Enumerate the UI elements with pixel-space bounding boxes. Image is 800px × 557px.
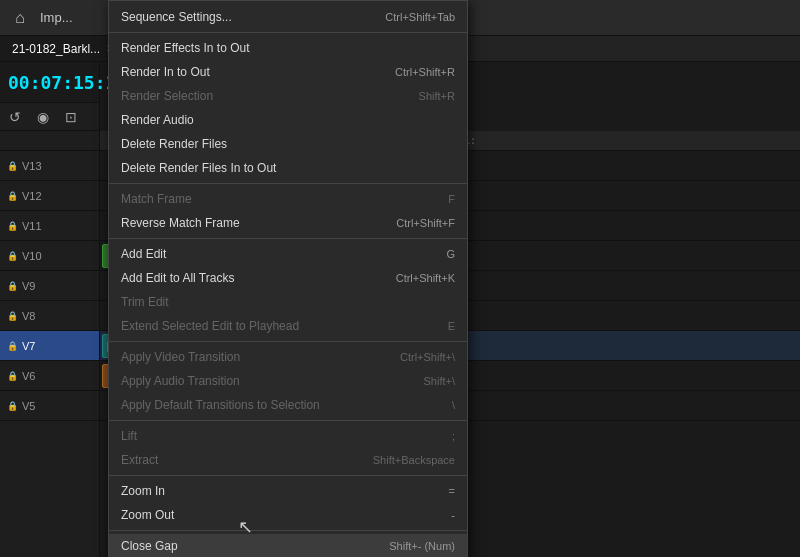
menu-item-render-in-out[interactable]: Render In to Out Ctrl+Shift+R xyxy=(109,60,467,84)
menu-item-add-edit[interactable]: Add Edit G xyxy=(109,242,467,266)
menu-item-render-audio[interactable]: Render Audio xyxy=(109,108,467,132)
lock-icon-v11: 🔒 xyxy=(6,220,18,232)
menu-item-apply-default-trans: Apply Default Transitions to Selection \ xyxy=(109,393,467,417)
menu-item-reverse-match[interactable]: Reverse Match Frame Ctrl+Shift+F xyxy=(109,211,467,235)
menu-item-extract: Extract Shift+Backspace xyxy=(109,448,467,472)
home-icon[interactable]: ⌂ xyxy=(8,6,32,30)
track-label-v6: 🔒 V6 xyxy=(0,361,99,391)
menu-item-sequence-settings[interactable]: Sequence Settings... Ctrl+Shift+Tab xyxy=(109,5,467,29)
menu-item-close-gap[interactable]: Close Gap Shift+- (Num) xyxy=(109,534,467,557)
separator-7 xyxy=(109,530,467,531)
lock-icon-v10: 🔒 xyxy=(6,250,18,262)
track-labels: 🔒 V13 🔒 V12 🔒 V11 🔒 V10 🔒 V9 🔒 V8 🔒 V7 xyxy=(0,131,100,557)
menu-item-extend-edit: Extend Selected Edit to Playhead E xyxy=(109,314,467,338)
record-icon[interactable]: ◉ xyxy=(32,106,54,128)
separator-2 xyxy=(109,183,467,184)
track-label-v7[interactable]: 🔒 V7 xyxy=(0,331,99,361)
separator-6 xyxy=(109,475,467,476)
menu-item-delete-render-in-out[interactable]: Delete Render Files In to Out xyxy=(109,156,467,180)
tab-label: 21-0182_Barkl... xyxy=(12,42,100,56)
track-label-v8: 🔒 V8 xyxy=(0,301,99,331)
separator-4 xyxy=(109,341,467,342)
track-label-v12: 🔒 V12 xyxy=(0,181,99,211)
separator-5 xyxy=(109,420,467,421)
menu-item-add-edit-all-tracks[interactable]: Add Edit to All Tracks Ctrl+Shift+K xyxy=(109,266,467,290)
lock-icon-v9: 🔒 xyxy=(6,280,18,292)
track-label-v13: 🔒 V13 xyxy=(0,151,99,181)
track-label-v9: 🔒 V9 xyxy=(0,271,99,301)
time-display: 00:07:15:18 xyxy=(0,63,99,103)
menu-item-delete-render[interactable]: Delete Render Files xyxy=(109,132,467,156)
menu-item-apply-audio-trans: Apply Audio Transition Shift+\ xyxy=(109,369,467,393)
separator-3 xyxy=(109,238,467,239)
separator-1 xyxy=(109,32,467,33)
ripple-icon[interactable]: ↺ xyxy=(4,106,26,128)
track-label-v10: 🔒 V10 xyxy=(0,241,99,271)
menu-item-match-frame: Match Frame F xyxy=(109,187,467,211)
lock-icon-v12: 🔒 xyxy=(6,190,18,202)
lock-icon-v8: 🔒 xyxy=(6,310,18,322)
lock-icon-v6: 🔒 xyxy=(6,370,18,382)
menu-item-zoom-out[interactable]: Zoom Out - xyxy=(109,503,467,527)
menu-item-render-effects[interactable]: Render Effects In to Out xyxy=(109,36,467,60)
menu-item-lift: Lift ; xyxy=(109,424,467,448)
menu-item-zoom-in[interactable]: Zoom In = xyxy=(109,479,467,503)
track-label-v11: 🔒 V11 xyxy=(0,211,99,241)
menu-item-apply-video-trans: Apply Video Transition Ctrl+Shift+\ xyxy=(109,345,467,369)
lock-icon-v13: 🔒 xyxy=(6,160,18,172)
lock-icon-v7: 🔒 xyxy=(6,340,18,352)
track-label-v5: 🔒 V5 xyxy=(0,391,99,421)
lock-icon-v5: 🔒 xyxy=(6,400,18,412)
menu-item-render-selection: Render Selection Shift+R xyxy=(109,84,467,108)
app-label: Imp... xyxy=(40,10,73,25)
menu-item-trim-edit: Trim Edit xyxy=(109,290,467,314)
settings-icon[interactable]: ⊡ xyxy=(60,106,82,128)
toolbar: ↺ ◉ ⊡ xyxy=(0,103,99,131)
sequence-menu: Sequence Settings... Ctrl+Shift+Tab Rend… xyxy=(108,0,468,557)
